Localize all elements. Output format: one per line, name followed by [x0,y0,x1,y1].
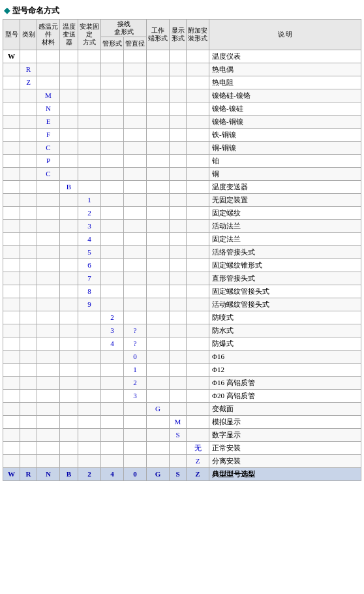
table-row: 3活动法兰 [3,220,361,233]
cell-type: W [3,50,20,63]
table-row: 3Φ20 高铝质管 [3,390,361,403]
cell-sensor [37,390,60,403]
cell-protect: 3 [124,390,147,403]
cell-sensor [37,181,60,194]
cell-work [147,155,170,168]
naming-table: 型号 类别 感温元件材料 温度变送器 安装固定方式 接线盒形式 工作端形式 显示… [3,19,361,481]
cell-display [170,377,187,390]
cell-connect [101,181,124,194]
cell-desc: 无固定装置 [209,194,361,207]
cell-desc: 固定螺纹管接头式 [209,285,361,298]
cell-addon [187,142,209,155]
cell-temp [60,311,78,324]
cell-category [20,351,37,364]
table-row: 无正常安装 [3,442,361,455]
cell-display [170,311,187,324]
cell-type [3,102,20,116]
cell-sensor [37,403,60,416]
col-header-protect: 管直径 [124,37,147,50]
cell-work [147,89,170,102]
cell-protect: 2 [124,377,147,390]
cell-display [170,390,187,403]
cell-sensor [37,246,60,259]
cell-install: 2 [78,207,101,220]
cell-type [3,429,20,442]
cell-work [147,311,170,324]
cell-type [3,76,20,89]
cell-temp [60,220,78,233]
cell-work [147,233,170,246]
cell-display [170,337,187,351]
bottom-cell-desc: 典型型号选型 [209,468,361,481]
cell-addon [187,194,209,207]
cell-addon [187,181,209,194]
cell-type [3,181,20,194]
cell-sensor [37,416,60,429]
cell-desc: 铜-铜镍 [209,142,361,155]
cell-connect [101,220,124,233]
cell-sensor [37,311,60,324]
table-row: M模拟显示 [3,416,361,429]
cell-type [3,364,20,377]
cell-display: S [170,429,187,442]
cell-temp [60,50,78,63]
cell-protect [124,63,147,76]
cell-protect [124,76,147,89]
cell-category [20,364,37,377]
cell-display [170,403,187,416]
bottom-cell-addon: Z [187,468,209,481]
page-title: 型号命名方式 [12,5,59,16]
cell-addon: 无 [187,442,209,455]
cell-install [78,429,101,442]
cell-desc: Φ16 [209,351,361,364]
cell-sensor [37,259,60,272]
cell-protect: ? [124,337,147,351]
cell-addon [187,351,209,364]
cell-protect [124,142,147,155]
cell-connect: 2 [101,311,124,324]
cell-desc: Φ20 高铝质管 [209,390,361,403]
cell-install [78,129,101,142]
cell-connect [101,50,124,63]
cell-desc: 铂 [209,155,361,168]
cell-install [78,337,101,351]
cell-category [20,298,37,311]
cell-temp [60,168,78,181]
cell-sensor [37,298,60,311]
cell-addon [187,285,209,298]
cell-type [3,351,20,364]
cell-sensor: M [37,89,60,102]
cell-category [20,259,37,272]
cell-work [147,455,170,468]
cell-category [20,102,37,116]
cell-install [78,442,101,455]
cell-type [3,298,20,311]
cell-install: 8 [78,285,101,298]
cell-sensor [37,194,60,207]
cell-work [147,429,170,442]
cell-addon [187,63,209,76]
cell-sensor: C [37,142,60,155]
cell-connect [101,233,124,246]
cell-work [147,142,170,155]
cell-desc: Φ12 [209,364,361,377]
cell-addon [187,89,209,102]
cell-type [3,337,20,351]
cell-desc: 变截面 [209,403,361,416]
cell-work: G [147,403,170,416]
cell-protect [124,116,147,129]
cell-protect [124,102,147,116]
cell-work [147,63,170,76]
cell-display [170,116,187,129]
table-row: 5活络管接头式 [3,246,361,259]
cell-temp [60,285,78,298]
table-row: G变截面 [3,403,361,416]
cell-install [78,63,101,76]
table-row: 8固定螺纹管接头式 [3,285,361,298]
bottom-cell-sensor: N [37,468,60,481]
cell-work [147,364,170,377]
diamond-icon: ◆ [4,6,10,16]
cell-install [78,155,101,168]
cell-temp [60,403,78,416]
table-row: 4?防爆式 [3,337,361,351]
